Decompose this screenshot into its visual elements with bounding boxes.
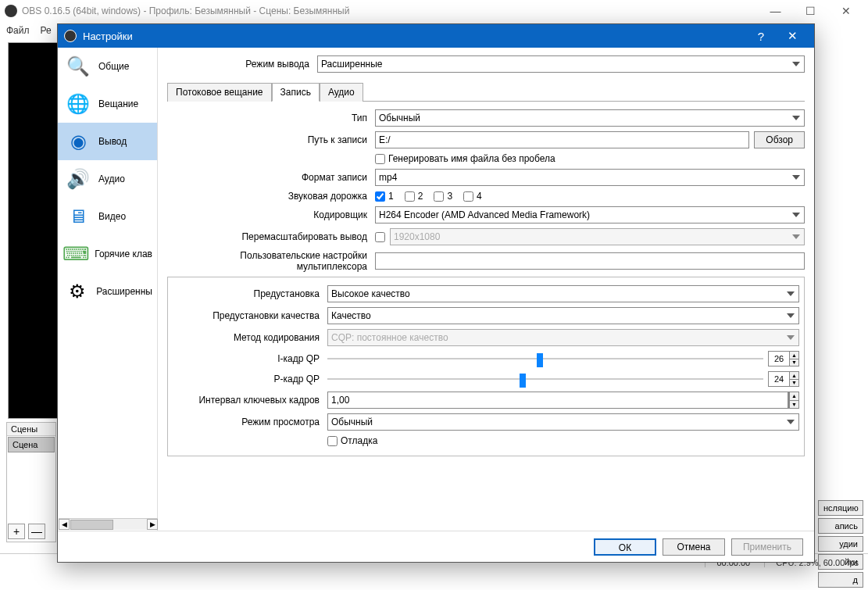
app-icon xyxy=(5,5,17,17)
cancel-button[interactable]: Отмена xyxy=(663,538,725,556)
keyboard-icon: ⌨ xyxy=(63,238,90,270)
speaker-icon: 🔊 xyxy=(63,163,94,195)
nav-stream[interactable]: 🌐Вещание xyxy=(58,85,157,123)
preset-label: Предустановка xyxy=(173,288,323,299)
iframe-label: I-кадр QP xyxy=(173,353,323,364)
maximize-button[interactable]: ☐ xyxy=(793,0,828,22)
menu-edit[interactable]: Ре xyxy=(41,25,52,36)
keyint-label: Интервал ключевых кадров xyxy=(173,395,323,406)
scene-add-button[interactable]: + xyxy=(8,524,25,539)
scene-remove-button[interactable]: — xyxy=(28,524,45,539)
track-3-checkbox[interactable] xyxy=(434,191,444,202)
pframe-spin[interactable]: ▲▼ xyxy=(768,371,799,387)
side-button[interactable]: нсляцию xyxy=(818,500,863,516)
rescale-label: Перемасштабировать вывод xyxy=(167,231,370,242)
iframe-spin[interactable]: ▲▼ xyxy=(768,351,799,367)
side-button[interactable]: апись xyxy=(818,518,863,534)
nav-advanced[interactable]: ⚙Расширенны xyxy=(58,273,157,310)
nav-hotkeys[interactable]: ⌨Горячие клав xyxy=(58,235,157,273)
debug-checkbox[interactable] xyxy=(327,436,338,446)
main-title: OBS 0.16.5 (64bit, windows) - Профиль: Б… xyxy=(22,5,758,16)
globe-search-icon: 🔍 xyxy=(63,51,94,82)
mux-input[interactable] xyxy=(375,252,805,270)
output-mode-select[interactable]: Расширенные xyxy=(317,55,805,73)
settings-dialog: Настройки ? ✕ 🔍Общие 🌐Вещание ◉Вывод 🔊Ау… xyxy=(57,23,815,563)
gen-filename-checkbox[interactable] xyxy=(375,154,385,164)
encoder-label: Кодировщик xyxy=(167,209,370,220)
ok-button[interactable]: ОК xyxy=(594,538,656,556)
side-button[interactable]: удии xyxy=(818,536,863,552)
dialog-titlebar: Настройки ? ✕ xyxy=(58,24,814,48)
rescale-select[interactable]: 1920x1080 xyxy=(390,228,805,245)
scenes-header: Сцены xyxy=(7,423,55,436)
scene-item[interactable]: Сцена xyxy=(8,437,55,452)
path-input[interactable] xyxy=(375,131,749,148)
track-2-checkbox[interactable] xyxy=(405,191,415,202)
pframe-label: P-кадр QP xyxy=(173,374,323,384)
method-select: CQP: постоянное качество xyxy=(327,329,799,346)
output-mode-label: Режим вывода xyxy=(167,59,313,70)
gear-icon: ⚙ xyxy=(63,276,91,307)
format-label: Формат записи xyxy=(167,172,370,183)
path-label: Путь к записи xyxy=(167,134,370,145)
encoder-select[interactable]: H264 Encoder (AMD Advanced Media Framewo… xyxy=(375,206,805,223)
quality-preset-select[interactable]: Качество xyxy=(327,307,799,324)
track-label: Звуковая дорожка xyxy=(167,191,370,202)
mux-label: Пользовательские настройки мультиплексор… xyxy=(167,250,370,272)
quality-preset-label: Предустановки качества xyxy=(173,310,323,321)
gen-filename-label: Генерировать имя файла без пробела xyxy=(388,153,555,164)
method-label: Метод кодирования xyxy=(173,332,323,343)
track-4-checkbox[interactable] xyxy=(463,191,473,202)
dialog-footer: ОК Отмена Применить xyxy=(58,531,814,562)
menu-file[interactable]: Файл xyxy=(6,25,30,36)
viewmode-select[interactable]: Обычный xyxy=(327,413,799,431)
rescale-checkbox[interactable] xyxy=(375,232,385,242)
settings-nav: 🔍Общие 🌐Вещание ◉Вывод 🔊Аудио 🖥Видео ⌨Го… xyxy=(58,48,158,531)
minimize-button[interactable]: — xyxy=(758,0,793,22)
tab-streaming[interactable]: Потоковое вещание xyxy=(167,83,272,102)
nav-scrollbar[interactable]: ◀▶ xyxy=(59,518,158,530)
globe-icon: 🌐 xyxy=(63,88,94,120)
nav-video[interactable]: 🖥Видео xyxy=(58,198,157,235)
debug-label: Отладка xyxy=(341,435,377,446)
main-titlebar: OBS 0.16.5 (64bit, windows) - Профиль: Б… xyxy=(0,0,868,22)
iframe-slider[interactable] xyxy=(327,352,763,366)
nav-general[interactable]: 🔍Общие xyxy=(58,48,157,85)
nav-output[interactable]: ◉Вывод xyxy=(58,123,157,160)
encoder-settings-group: Предустановка Высокое качество Предустан… xyxy=(167,277,805,456)
nav-audio[interactable]: 🔊Аудио xyxy=(58,160,157,198)
preview-area xyxy=(8,42,59,419)
browse-button[interactable]: Обзор xyxy=(754,131,805,148)
tab-recording[interactable]: Запись xyxy=(272,83,320,102)
settings-content: Режим вывода Расширенные Потоковое вещан… xyxy=(158,48,814,531)
output-tabs: Потоковое вещание Запись Аудио xyxy=(167,82,805,102)
dialog-close-button[interactable]: ✕ xyxy=(777,24,808,48)
type-label: Тип xyxy=(167,113,370,123)
pframe-slider[interactable] xyxy=(327,372,763,386)
side-button[interactable]: д xyxy=(818,572,863,588)
tab-audio[interactable]: Аудио xyxy=(320,83,363,102)
close-button[interactable]: ✕ xyxy=(828,0,863,22)
dialog-help-button[interactable]: ? xyxy=(745,24,777,48)
track-1-checkbox[interactable] xyxy=(375,191,385,202)
dialog-icon xyxy=(64,30,77,42)
keyint-input[interactable] xyxy=(327,392,788,409)
dialog-title: Настройки xyxy=(83,30,745,42)
viewmode-label: Режим просмотра xyxy=(173,417,323,427)
type-select[interactable]: Обычный xyxy=(375,109,805,127)
antenna-icon: ◉ xyxy=(63,126,94,157)
preset-select[interactable]: Высокое качество xyxy=(327,285,799,302)
format-select[interactable]: mp4 xyxy=(375,169,805,186)
monitor-icon: 🖥 xyxy=(63,201,94,232)
apply-button[interactable]: Применить xyxy=(731,538,803,556)
